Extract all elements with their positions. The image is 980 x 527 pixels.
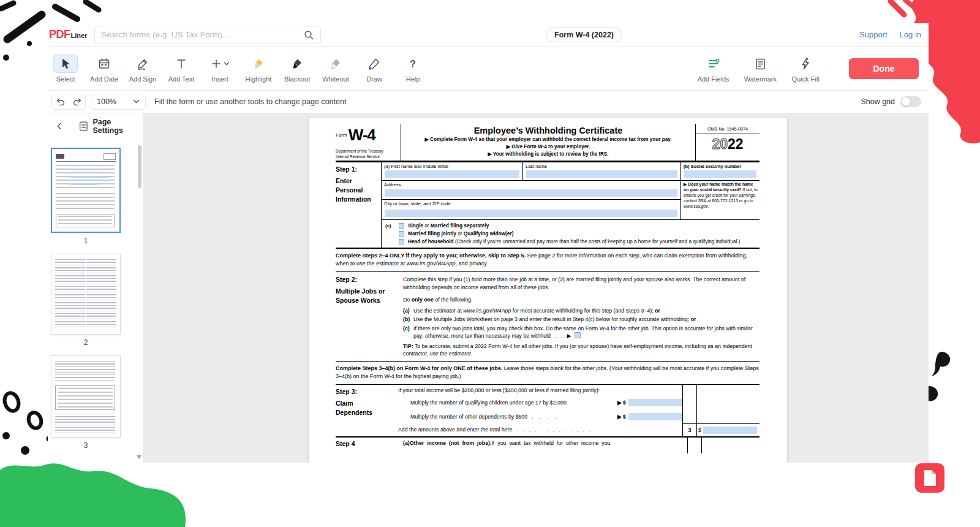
page-thumbnail-3[interactable] <box>51 355 121 438</box>
redo-button[interactable] <box>69 94 85 109</box>
single-option-label: Single or Married filing separately <box>408 222 489 229</box>
page-settings-label: Page Settings <box>92 118 143 135</box>
omb-number: OMB No. 1545-0074 <box>696 124 760 134</box>
form-bullet-2: ▶ Give Form W-4 to your employer. <box>405 143 691 150</box>
search-input[interactable] <box>101 30 303 39</box>
city-label: City or town, state, and ZIP code <box>384 201 679 207</box>
support-link[interactable]: Support <box>859 30 888 39</box>
tool-add-date[interactable]: Add Date <box>90 55 118 83</box>
whiteout-marker-icon <box>329 57 342 70</box>
top-bar: PDFLiner Form W-4 (2022) Support Log in <box>48 23 929 47</box>
head-of-household-checkbox[interactable] <box>399 239 404 245</box>
svg-text:?: ? <box>410 58 416 69</box>
pages-sidebar: Page Settings 1 <box>48 113 143 463</box>
two-jobs-checkbox[interactable] <box>575 332 581 338</box>
complete-steps-3-4b-note: Complete Steps 3–4(b) on Form W-4 for on… <box>336 362 760 385</box>
tool-highlight[interactable]: Highlight <box>244 55 273 83</box>
document-canvas[interactable]: FormW-4 Department of the Treasury Inter… <box>143 113 929 463</box>
pdfliner-logo[interactable]: PDFLiner <box>49 28 93 41</box>
dept-line-1: Department of the Treasury <box>336 149 399 154</box>
tool-select[interactable]: Select <box>51 55 80 83</box>
step2c-tag: (c) <box>403 325 413 340</box>
search-icon <box>303 29 314 40</box>
tool-add-fields[interactable]: Add Fields <box>698 55 729 83</box>
watermark-icon <box>753 57 767 70</box>
collapse-sidebar-button[interactable] <box>51 118 67 134</box>
qualifying-children-amount-field[interactable] <box>628 399 682 406</box>
editor-toolbar: Select Add Date Add Sign Add Text Insert <box>48 47 929 91</box>
tool-whiteout[interactable]: Whiteout <box>322 55 350 83</box>
calendar-icon <box>97 57 111 70</box>
pdfliner-app: PDFLiner Form W-4 (2022) Support Log in … <box>48 23 929 463</box>
undo-icon <box>55 96 66 107</box>
chevron-down-icon <box>133 99 140 104</box>
page-thumbnail-2[interactable] <box>51 254 121 335</box>
tool-blackout[interactable]: Blackout <box>283 55 311 83</box>
show-grid-label: Show grid <box>861 97 895 106</box>
ssn-label: (b) Social security number <box>684 164 758 169</box>
step2-label: Step 2: <box>336 276 403 283</box>
step4-label: Step 4 <box>336 440 403 447</box>
ssn-field[interactable] <box>684 170 756 178</box>
step2c-text: If there are only two jobs total, you ma… <box>413 325 760 340</box>
search-forms-box[interactable] <box>94 26 321 44</box>
highlighter-icon <box>252 57 265 70</box>
page-settings-button[interactable]: Page Settings <box>78 118 143 135</box>
tool-add-text[interactable]: Add Text <box>167 55 195 83</box>
sidebar-scroll-down-arrow[interactable] <box>137 455 141 459</box>
quick-fill-bolt-icon <box>799 57 812 70</box>
toggle-knob <box>902 97 910 106</box>
address-field[interactable] <box>385 189 677 197</box>
tool-help[interactable]: ? Help <box>399 55 427 83</box>
page-thumbnail-1[interactable] <box>51 148 121 233</box>
head-of-household-option-label: Head of household (Check only if you’re … <box>408 238 740 245</box>
first-name-field[interactable] <box>385 170 519 178</box>
tool-insert[interactable]: Insert <box>206 55 234 83</box>
step3-section: Step 3: Claim Dependents If your total i… <box>336 385 760 438</box>
step2a-tag: (a) <box>403 307 413 314</box>
city-field[interactable] <box>385 210 677 217</box>
married-jointly-checkbox[interactable] <box>399 231 404 237</box>
step2b-tag: (b) <box>403 316 413 323</box>
undo-button[interactable] <box>52 94 69 109</box>
sidebar-scrollbar-thumb[interactable] <box>138 145 141 188</box>
step1c-label: (c) <box>385 222 399 245</box>
step3-label: Step 3: <box>336 388 398 395</box>
page-number-3: 3 <box>51 441 121 450</box>
zoom-select[interactable]: 100% <box>91 94 146 110</box>
other-dependents-amount-field[interactable] <box>628 413 682 420</box>
total-dependents-amount-field[interactable] <box>703 427 757 434</box>
dept-line-2: Internal Revenue Service <box>336 154 399 160</box>
sub-toolbar: 100% Fill the form or use another tools … <box>48 91 929 113</box>
arrow-dollar: ▶ $ <box>617 414 626 420</box>
step2a-text: Use the estimator at www.irs.gov/W4App f… <box>413 307 760 314</box>
page-number-2: 2 <box>51 338 121 347</box>
last-name-field[interactable] <box>526 170 677 178</box>
dollar-sign: $ <box>698 427 701 433</box>
done-button[interactable]: Done <box>849 58 919 79</box>
tool-quick-fill[interactable]: Quick Fill <box>791 55 820 83</box>
text-icon <box>175 57 188 70</box>
form-number: W-4 <box>349 126 375 145</box>
step3-sublabel: Claim Dependents <box>336 399 379 417</box>
login-link[interactable]: Log in <box>900 30 921 39</box>
zoom-value: 100% <box>97 97 116 106</box>
total-dependents-text: Add the amounts above and enter the tota… <box>398 427 590 433</box>
single-checkbox[interactable] <box>399 223 404 229</box>
tool-add-sign[interactable]: Add Sign <box>129 55 157 83</box>
show-grid-toggle[interactable] <box>900 96 921 107</box>
qualifying-children-text: Multiply the number of qualifying childr… <box>410 400 567 406</box>
blackout-marker-icon <box>290 57 304 70</box>
form-bullet-1: ▶ Complete Form W-4 so that your employe… <box>405 136 691 143</box>
other-dependents-text: Multiply the number of other dependents … <box>410 414 556 420</box>
tool-watermark[interactable]: Watermark <box>744 55 777 83</box>
current-form-badge: Form W-4 (2022) <box>546 28 622 42</box>
redo-icon <box>72 96 83 107</box>
tool-draw[interactable]: Draw <box>360 55 388 83</box>
form-word: Form <box>336 132 347 138</box>
toolbar-hint-text: Fill the form or use another tools to ch… <box>154 97 346 106</box>
add-fields-icon <box>707 57 720 70</box>
complete-steps-2-4-note: Complete Steps 2–4 ONLY if they apply to… <box>336 249 760 272</box>
ssa-note: ▶ Does your name match the name on your … <box>680 181 760 219</box>
logo-pdf-text: PDF <box>49 28 70 41</box>
